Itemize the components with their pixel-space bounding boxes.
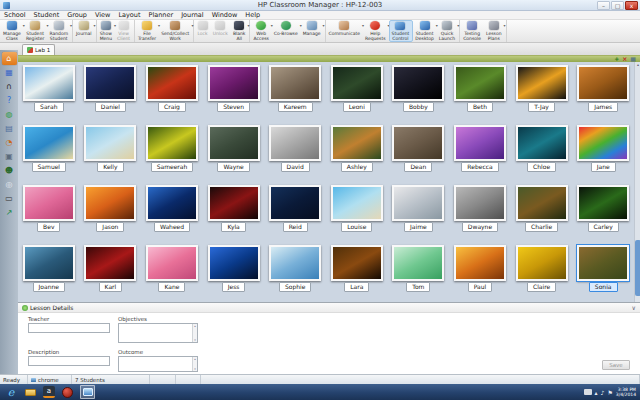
student-cell[interactable]: Kareem bbox=[264, 65, 326, 125]
student-thumbnail[interactable] bbox=[208, 125, 260, 161]
student-cell[interactable]: Kane bbox=[141, 245, 203, 305]
student-thumbnail[interactable] bbox=[84, 245, 136, 281]
student-thumbnail[interactable] bbox=[392, 245, 444, 281]
student-cell[interactable]: Waheed bbox=[141, 185, 203, 245]
outcome-scrollbar[interactable]: ▴▾ bbox=[192, 357, 197, 371]
student-thumbnail[interactable] bbox=[146, 125, 198, 161]
student-thumbnail[interactable] bbox=[516, 125, 568, 161]
student-thumbnail[interactable] bbox=[392, 65, 444, 101]
student-thumbnail[interactable] bbox=[577, 245, 629, 281]
teacher-field[interactable] bbox=[28, 323, 110, 333]
menu-view[interactable]: View bbox=[91, 11, 114, 20]
student-cell[interactable]: T-Jay bbox=[511, 65, 573, 125]
dropdown-arrow-icon[interactable]: ▾ bbox=[94, 23, 96, 28]
student-cell[interactable]: Steven bbox=[203, 65, 265, 125]
dropdown-arrow-icon[interactable]: ▾ bbox=[457, 23, 459, 28]
maximize-button[interactable]: ▢ bbox=[611, 1, 624, 10]
student-cell[interactable]: Jason bbox=[80, 185, 142, 245]
student-thumbnail[interactable] bbox=[208, 65, 260, 101]
sidebar-help-icon[interactable]: ? bbox=[2, 94, 17, 107]
amazon-icon[interactable]: a bbox=[43, 386, 55, 398]
sidebar-home-icon[interactable]: ⌂ bbox=[2, 52, 17, 65]
student-cell[interactable]: Sophie bbox=[264, 245, 326, 305]
student-cell[interactable]: Wayne bbox=[203, 125, 265, 185]
student-cell[interactable]: Claire bbox=[511, 245, 573, 305]
menu-layout[interactable]: Layout bbox=[114, 11, 144, 20]
quick-launch-button[interactable]: Quick Launch▾ bbox=[437, 20, 458, 42]
student-thumbnail[interactable] bbox=[454, 185, 506, 221]
student-thumbnail[interactable] bbox=[84, 65, 136, 101]
minimize-button[interactable]: – bbox=[597, 1, 610, 10]
red-app-icon[interactable] bbox=[62, 387, 73, 398]
student-thumbnail[interactable] bbox=[23, 185, 75, 221]
student-cell[interactable]: Kelly bbox=[80, 125, 142, 185]
keyboard-icon[interactable] bbox=[584, 389, 592, 395]
sidebar-show-menu-icon[interactable]: ▤ bbox=[2, 122, 17, 135]
student-cell[interactable]: Samuel bbox=[18, 125, 80, 185]
student-control-button[interactable]: Student Control bbox=[389, 20, 414, 42]
student-thumbnail[interactable] bbox=[331, 65, 383, 101]
student-thumbnail[interactable] bbox=[84, 185, 136, 221]
sidebar-audio-icon[interactable]: ∩ bbox=[2, 80, 17, 93]
student-cell[interactable]: Dwayne bbox=[449, 185, 511, 245]
menu-group[interactable]: Group bbox=[63, 11, 91, 20]
student-cell[interactable]: Daniel bbox=[80, 65, 142, 125]
blank-all-button[interactable]: Blank All▾ bbox=[231, 20, 249, 42]
student-cell[interactable]: Sonia bbox=[572, 245, 634, 305]
sidebar-cd-icon[interactable]: ◎ bbox=[2, 178, 17, 191]
web-access-button[interactable]: Web Access▾ bbox=[251, 20, 271, 42]
student-thumbnail[interactable] bbox=[454, 245, 506, 281]
student-cell[interactable]: Carley bbox=[572, 185, 634, 245]
student-thumbnail[interactable] bbox=[146, 245, 198, 281]
student-cell[interactable]: Chloe bbox=[511, 125, 573, 185]
sidebar-print-icon[interactable]: ▣ bbox=[2, 150, 17, 163]
random-student-button[interactable]: Random Student▾ bbox=[47, 20, 71, 42]
student-thumbnail[interactable] bbox=[577, 65, 629, 101]
student-cell[interactable]: Paul bbox=[449, 245, 511, 305]
student-cell[interactable]: Rebecca bbox=[449, 125, 511, 185]
sidebar-reports-icon[interactable]: ↗ bbox=[2, 206, 17, 219]
student-thumbnail[interactable] bbox=[454, 125, 506, 161]
lesson-plans-button[interactable]: Lesson Plans▾ bbox=[484, 20, 505, 42]
student-thumbnail[interactable] bbox=[208, 245, 260, 281]
student-cell[interactable]: Sameerah bbox=[141, 125, 203, 185]
student-thumbnail[interactable] bbox=[84, 125, 136, 161]
description-field[interactable] bbox=[28, 356, 110, 366]
student-cell[interactable]: James bbox=[572, 65, 634, 125]
student-cell[interactable]: Leoni bbox=[326, 65, 388, 125]
testing-console-button[interactable]: Testing Console bbox=[461, 20, 484, 42]
journal-button[interactable]: Journal▾ bbox=[74, 20, 95, 42]
student-thumbnail[interactable] bbox=[331, 245, 383, 281]
student-cell[interactable]: Louise bbox=[326, 185, 388, 245]
objectives-scrollbar[interactable]: ▴▾ bbox=[192, 324, 197, 342]
outcome-field[interactable]: ▴▾ bbox=[118, 356, 198, 372]
student-thumbnail[interactable] bbox=[577, 185, 629, 221]
student-thumbnail[interactable] bbox=[23, 65, 75, 101]
help-requests-button[interactable]: Help Requests▾ bbox=[363, 20, 389, 42]
menu-planner[interactable]: Planner bbox=[145, 11, 178, 20]
vertical-scrollbar[interactable]: ▴ bbox=[634, 62, 640, 302]
dropdown-arrow-icon[interactable]: ▾ bbox=[323, 23, 325, 28]
folder-icon[interactable] bbox=[24, 386, 36, 398]
save-button[interactable]: Save bbox=[602, 360, 630, 370]
sidebar-thumbnails-icon[interactable]: ▦ bbox=[2, 66, 17, 79]
send-collect-work-button[interactable]: Send/Collect Work▾ bbox=[159, 20, 192, 42]
network-flag-icon[interactable]: ⚑ bbox=[607, 389, 612, 396]
classroom-manager-taskbar-icon[interactable] bbox=[80, 385, 95, 399]
student-cell[interactable]: Ashley bbox=[326, 125, 388, 185]
student-thumbnail[interactable] bbox=[516, 245, 568, 281]
show-hidden-icons[interactable]: ▴ bbox=[595, 389, 598, 396]
student-cell[interactable]: Karl bbox=[80, 245, 142, 305]
communicate-button[interactable]: Communicate▾ bbox=[327, 20, 363, 42]
student-thumbnail[interactable] bbox=[392, 185, 444, 221]
menu-help[interactable]: Help bbox=[241, 11, 264, 20]
menu-student[interactable]: Student bbox=[30, 11, 64, 20]
student-cell[interactable]: Bobby bbox=[388, 65, 450, 125]
objectives-field[interactable]: ▴▾ bbox=[118, 323, 198, 343]
close-button[interactable]: x bbox=[625, 1, 638, 10]
volume-icon[interactable]: ♪ bbox=[601, 389, 605, 396]
student-thumbnail[interactable] bbox=[269, 65, 321, 101]
show-menu-button[interactable]: Show Menu▾ bbox=[98, 20, 115, 42]
student-thumbnail[interactable] bbox=[454, 65, 506, 101]
student-cell[interactable]: Jane bbox=[572, 125, 634, 185]
